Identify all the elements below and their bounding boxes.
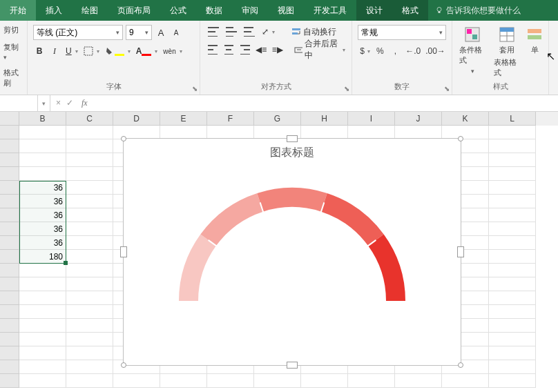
resize-handle-w[interactable] — [120, 246, 127, 257]
resize-handle-nw[interactable] — [121, 136, 126, 141]
cell[interactable] — [66, 195, 113, 208]
cell[interactable] — [489, 264, 536, 277]
cell[interactable] — [442, 374, 489, 388]
format-painter-button[interactable]: 格式刷 — [1, 66, 26, 90]
cell[interactable] — [395, 126, 442, 139]
cell[interactable] — [66, 374, 113, 388]
resize-handle-se[interactable] — [458, 362, 463, 368]
cell[interactable] — [489, 208, 536, 222]
cell[interactable] — [66, 346, 113, 360]
cell[interactable] — [301, 374, 348, 388]
cell[interactable] — [66, 222, 113, 236]
row-header[interactable] — [0, 208, 19, 222]
col-header[interactable]: H — [301, 112, 348, 126]
cell[interactable] — [348, 126, 395, 139]
cell[interactable] — [19, 264, 66, 277]
cell[interactable] — [489, 250, 536, 264]
select-all-corner[interactable] — [0, 112, 19, 126]
name-box-dropdown[interactable]: ▾ — [38, 95, 50, 111]
cell[interactable] — [66, 153, 113, 167]
cell[interactable] — [160, 374, 207, 388]
format-as-table-button[interactable]: 套用 表格格式 — [492, 25, 521, 79]
percent-button[interactable]: % — [374, 44, 386, 58]
chart-object[interactable]: 图表标题 — [123, 138, 461, 366]
resize-handle-ne[interactable] — [458, 136, 463, 141]
increase-indent-button[interactable]: ≡▶ — [271, 43, 285, 57]
cell[interactable] — [66, 167, 113, 181]
cut-button[interactable]: 剪切 — [1, 23, 26, 37]
cell[interactable] — [66, 264, 113, 277]
cell[interactable]: 36 — [19, 236, 66, 250]
row-header[interactable] — [0, 305, 19, 319]
tab-format[interactable]: 格式 — [392, 0, 428, 21]
row-header[interactable] — [0, 181, 19, 195]
row-header[interactable] — [0, 153, 19, 167]
cell[interactable]: 36 — [19, 222, 66, 236]
cell[interactable] — [489, 333, 536, 346]
row-header[interactable] — [0, 126, 19, 139]
cell[interactable] — [489, 126, 536, 139]
align-top-button[interactable] — [206, 25, 221, 39]
font-size-dropdown[interactable]: 9▾ — [126, 25, 152, 40]
cell[interactable] — [19, 139, 66, 153]
tab-dev[interactable]: 开发工具 — [304, 0, 356, 21]
decrease-decimal-button[interactable]: .00→ — [425, 44, 446, 58]
cell[interactable] — [66, 181, 113, 195]
cell[interactable] — [442, 126, 489, 139]
tab-view[interactable]: 视图 — [268, 0, 304, 21]
col-header[interactable]: K — [442, 112, 489, 126]
merge-center-button[interactable]: 合并后居中 — [292, 43, 346, 57]
cell[interactable] — [348, 374, 395, 388]
cell[interactable] — [19, 291, 66, 305]
cell[interactable] — [207, 374, 254, 388]
underline-button[interactable]: U — [64, 44, 79, 58]
row-header[interactable] — [0, 291, 19, 305]
cell[interactable] — [489, 222, 536, 236]
resize-handle-e[interactable] — [457, 246, 464, 257]
cell[interactable] — [489, 360, 536, 374]
cell[interactable] — [19, 374, 66, 388]
cell[interactable] — [66, 305, 113, 319]
decrease-font-button[interactable]: A — [170, 26, 182, 39]
cell[interactable] — [66, 291, 113, 305]
cell[interactable] — [489, 153, 536, 167]
cell[interactable]: 36 — [19, 208, 66, 222]
font-dialog-launcher[interactable]: ⬊ — [192, 85, 198, 92]
tab-formula[interactable]: 公式 — [160, 0, 196, 21]
col-header[interactable]: B — [19, 112, 66, 126]
resize-handle-sw[interactable] — [121, 362, 126, 368]
tab-draw[interactable]: 绘图 — [72, 0, 108, 21]
cell[interactable] — [19, 346, 66, 360]
resize-handle-n[interactable] — [287, 135, 298, 142]
row-header[interactable] — [0, 167, 19, 181]
cell[interactable] — [489, 181, 536, 195]
col-header[interactable]: F — [207, 112, 254, 126]
spreadsheet-grid[interactable]: B C D E F G H I J K L 3636363636180 图表标题 — [0, 112, 558, 392]
border-button[interactable] — [81, 44, 100, 58]
insert-function-button[interactable]: fx — [79, 98, 88, 108]
conditional-format-button[interactable]: 条件格式▾ — [458, 25, 487, 76]
row-header[interactable] — [0, 222, 19, 236]
bold-button[interactable]: B — [33, 44, 46, 58]
italic-button[interactable]: I — [48, 44, 61, 58]
cell[interactable] — [489, 319, 536, 333]
resize-handle-s[interactable] — [287, 362, 298, 369]
number-dialog-launcher[interactable]: ⬊ — [444, 85, 450, 92]
cell[interactable] — [113, 374, 160, 388]
align-center-button[interactable] — [222, 43, 236, 57]
cancel-formula-button[interactable]: × — [56, 98, 61, 108]
cell[interactable] — [160, 126, 207, 139]
col-header[interactable]: E — [160, 112, 207, 126]
phonetic-button[interactable]: wèn — [161, 44, 182, 58]
enter-formula-button[interactable]: ✓ — [66, 98, 73, 108]
cell[interactable] — [489, 277, 536, 291]
cell[interactable] — [254, 374, 301, 388]
cell[interactable]: 36 — [19, 195, 66, 208]
row-header[interactable] — [0, 333, 19, 346]
cell[interactable] — [66, 319, 113, 333]
col-header[interactable]: I — [348, 112, 395, 126]
cell[interactable] — [19, 277, 66, 291]
cell[interactable] — [19, 333, 66, 346]
cell[interactable] — [489, 236, 536, 250]
col-header[interactable]: G — [254, 112, 301, 126]
